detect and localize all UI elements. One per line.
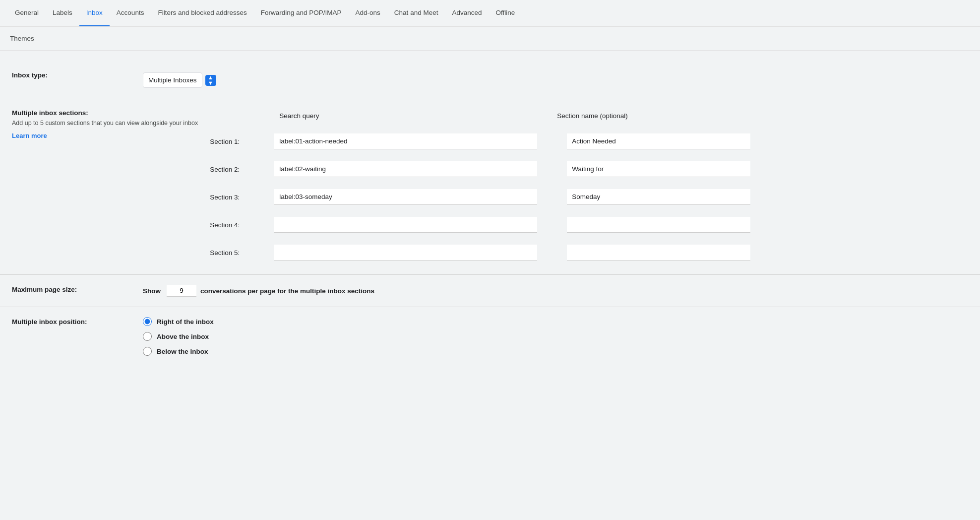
section-2-query-input[interactable] [274,161,537,177]
position-right-radio[interactable] [143,317,152,326]
section-4-query-input[interactable] [274,217,537,233]
section-5-name-wrapper [547,241,740,264]
page-size-suffix: conversations per page for the multiple … [200,287,374,295]
multiple-inbox-title: Multiple inbox sections: [12,109,88,117]
position-above-radio[interactable] [143,332,152,341]
section-4-query-wrapper [274,213,537,237]
inbox-type-spinner-icon[interactable]: ▲▼ [205,75,216,86]
inbox-type-value: Multiple Inboxes [143,72,202,88]
section-5-name-input[interactable] [567,245,750,260]
tab-advanced[interactable]: Advanced [445,0,489,27]
spinner-arrows: ▲▼ [208,75,213,86]
max-page-size-section: Maximum page size: Show conversations pe… [0,275,980,307]
position-below-label[interactable]: Below the inbox [143,347,968,356]
inbox-position-radio-group: Right of the inbox Above the inbox Below… [143,317,968,356]
section-3-name-input[interactable] [567,189,750,205]
position-above-label[interactable]: Above the inbox [143,332,968,341]
max-page-size-label: Maximum page size: [12,285,131,293]
section-3-label: Section 3: [210,189,274,206]
position-right-label[interactable]: Right of the inbox [143,317,968,326]
multiple-inbox-description: Add up to 5 custom sections that you can… [12,119,198,128]
section-2-name-wrapper [547,157,740,181]
tab-filters[interactable]: Filters and blocked addresses [151,0,253,27]
sections-grid: Section 1: Section 2: Section [210,130,968,264]
section-1-label: Section 1: [210,133,274,150]
section-3-name-wrapper [547,185,740,209]
max-page-size-content: Show conversations per page for the mult… [143,285,968,297]
section-2-label: Section 2: [210,161,274,178]
tab-chat[interactable]: Chat and Meet [387,0,445,27]
section-5-query-input[interactable] [274,245,537,260]
position-below-radio[interactable] [143,347,152,356]
multiple-inbox-label: Multiple inbox sections: Add up to 5 cus… [12,108,198,139]
section-4-name-input[interactable] [567,217,750,233]
col-search-header: Search query [274,108,537,128]
position-above-text: Above the inbox [157,333,209,340]
inbox-position-section: Multiple inbox position: Right of the in… [0,307,980,366]
section-5-query-wrapper [274,241,537,264]
inbox-type-wrapper: Multiple Inboxes ▲▼ [143,70,968,88]
tab-inbox[interactable]: Inbox [79,0,110,27]
settings-content: Inbox type: Multiple Inboxes ▲▼ Multiple… [0,51,980,376]
section-2-name-input[interactable] [567,161,750,177]
inbox-position-content: Right of the inbox Above the inbox Below… [143,317,968,356]
tab-themes[interactable]: Themes [0,27,980,51]
section-3-query-wrapper [274,185,537,209]
section-2-query-wrapper [274,157,537,181]
inbox-type-content: Multiple Inboxes ▲▼ [143,70,968,88]
inbox-position-label: Multiple inbox position: [12,317,131,325]
section-1-name-input[interactable] [567,133,750,149]
tab-addons[interactable]: Add-ons [349,0,387,27]
tab-forwarding[interactable]: Forwarding and POP/IMAP [254,0,349,27]
tab-general[interactable]: General [8,0,46,27]
section-4-name-wrapper [547,213,740,237]
multiple-inbox-sections: Multiple inbox sections: Add up to 5 cus… [0,98,980,275]
tab-accounts[interactable]: Accounts [110,0,151,27]
col-name-header: Section name (optional) [547,108,740,128]
nav-tabs: General Labels Inbox Accounts Filters an… [0,0,980,27]
section-5-label: Section 5: [210,244,274,261]
page-size-row: Show conversations per page for the mult… [143,285,968,297]
page-size-input[interactable] [167,285,196,297]
inbox-type-label: Inbox type: [12,70,131,79]
learn-more-link[interactable]: Learn more [12,132,198,139]
tab-labels[interactable]: Labels [46,0,79,27]
inbox-type-section: Inbox type: Multiple Inboxes ▲▼ [0,61,980,98]
section-1-query-wrapper [274,130,537,153]
multiple-inbox-content: Search query Section name (optional) Sec… [210,108,968,264]
position-below-text: Below the inbox [157,348,208,355]
tab-offline[interactable]: Offline [489,0,522,27]
section-3-query-input[interactable] [274,189,537,205]
section-1-query-input[interactable] [274,133,537,149]
section-4-label: Section 4: [210,216,274,234]
page-size-show-label: Show [143,287,161,295]
section-1-name-wrapper [547,130,740,153]
position-right-text: Right of the inbox [157,318,214,325]
